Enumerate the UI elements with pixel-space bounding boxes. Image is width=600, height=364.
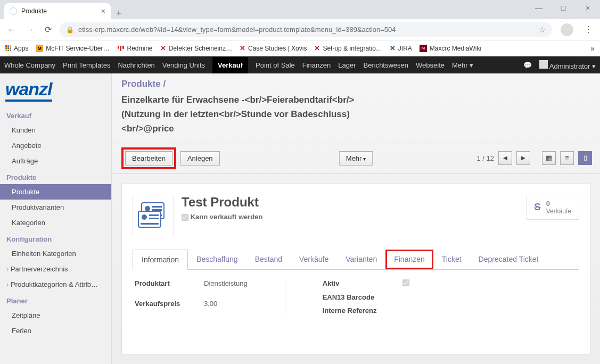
nav-pos[interactable]: Point of Sale xyxy=(256,61,295,69)
sidebar-item-produkte[interactable]: Produkte xyxy=(0,184,111,200)
label-aktiv: Aktiv xyxy=(323,279,402,288)
nav-mehr[interactable]: Mehr ▾ xyxy=(452,61,473,69)
action-bar: Bearbeiten Anlegen Mehr 1 / 12 ◄ ► ▦ ≡ ▯ xyxy=(112,143,600,174)
x-icon: ✕ xyxy=(314,44,320,52)
fields-left-column: Produktart Dienstleistung Verkaufspreis … xyxy=(135,279,248,315)
bookmark-defekter[interactable]: ✕Defekter Scheineinz… xyxy=(160,44,232,52)
nav-verkauf[interactable]: Verkauf xyxy=(212,57,248,73)
tab-title: Produkte xyxy=(21,7,47,15)
sidebar-item-produktkategorien[interactable]: Produktkategorien & Attrib… xyxy=(0,277,111,292)
bookmark-apps[interactable]: Apps xyxy=(5,45,28,52)
nav-finanzen[interactable]: Finanzen xyxy=(302,61,331,69)
pager-prev-button[interactable]: ◄ xyxy=(498,151,512,165)
sidebar-item-auftraege[interactable]: Aufträge xyxy=(0,153,111,169)
svg-rect-8 xyxy=(149,218,159,219)
id-card-icon xyxy=(137,200,169,231)
sidebar-section-verkauf[interactable]: Verkauf xyxy=(0,109,111,122)
breadcrumb-root[interactable]: Produkte xyxy=(121,79,161,89)
url-text: etiss-erp.maxcrc.de/web?#id=14&view_type… xyxy=(78,26,396,34)
bookmark-jira[interactable]: ✕JIRA xyxy=(390,44,412,52)
nav-reload-icon[interactable]: ⟳ xyxy=(42,24,54,35)
browser-tab[interactable]: Produkte × xyxy=(4,3,111,19)
can-be-sold-checkbox[interactable] xyxy=(182,214,188,221)
url-input[interactable]: 🔒 etiss-erp.maxcrc.de/web?#id=14&view_ty… xyxy=(60,22,552,37)
stat-label: Verkäufe xyxy=(546,208,571,215)
form-sheet: Test Produkt Kann verkauft werden S 0 Ve… xyxy=(121,184,590,354)
profile-avatar[interactable] xyxy=(561,23,573,36)
sidebar-item-einheiten[interactable]: Einheiten Kategorien xyxy=(0,246,111,261)
address-bar: ← → ⟳ 🔒 etiss-erp.maxcrc.de/web?#id=14&v… xyxy=(0,19,600,40)
sidebar-item-partnerverzeichnis[interactable]: Partnerverzeichnis xyxy=(0,261,111,277)
sidebar-section-produkte[interactable]: Produkte xyxy=(0,171,111,184)
sidebar-section-konfiguration[interactable]: Konfiguration xyxy=(0,233,111,246)
sidebar-item-produktvarianten[interactable]: Produktvarianten xyxy=(0,200,111,215)
pager-next-button[interactable]: ► xyxy=(516,151,530,165)
svg-rect-7 xyxy=(149,214,159,216)
sidebar-item-kategorien[interactable]: Kategorien xyxy=(0,215,111,230)
new-tab-button[interactable]: + xyxy=(111,8,127,19)
close-tab-icon[interactable]: × xyxy=(101,7,105,15)
bookmark-xovis[interactable]: ✕Case Studies | Xovis xyxy=(240,44,307,52)
nav-print-templates[interactable]: Print Templates xyxy=(63,61,110,69)
nav-nachrichten[interactable]: Nachrichten xyxy=(118,61,154,69)
label-interne-referenz: Interne Referenz xyxy=(323,307,402,315)
user-avatar-icon xyxy=(539,60,548,69)
nav-vending-units[interactable]: Vending Units xyxy=(162,61,205,69)
view-kanban-button[interactable]: ▦ xyxy=(542,151,556,165)
tab-deprecated-ticket[interactable]: Deprecated Ticket xyxy=(470,250,547,269)
nav-back-icon[interactable]: ← xyxy=(5,25,18,35)
tab-verkaeufe[interactable]: Verkäufe xyxy=(291,250,337,269)
window-minimize-icon[interactable]: — xyxy=(527,0,551,16)
nav-forward-icon[interactable]: → xyxy=(23,25,36,35)
tab-finanzen[interactable]: Finanzen xyxy=(385,250,433,269)
create-button[interactable]: Anlegen xyxy=(180,151,220,166)
content-area: Produkte / Einzelkarte für Erwachsene -<… xyxy=(112,73,600,364)
sales-icon: S xyxy=(535,202,541,213)
nav-webseite[interactable]: Webseite xyxy=(416,61,445,69)
x-icon: ✕ xyxy=(160,44,166,52)
value-verkaufspreis: 3,00 xyxy=(204,300,248,315)
window-maximize-icon[interactable]: □ xyxy=(551,0,576,16)
svg-point-1 xyxy=(145,206,150,211)
tab-beschaffung[interactable]: Beschaffung xyxy=(188,250,246,269)
tab-ticket[interactable]: Ticket xyxy=(433,250,470,269)
tab-varianten[interactable]: Varianten xyxy=(337,250,385,269)
view-form-button[interactable]: ▯ xyxy=(578,151,592,165)
bookmark-overflow-icon[interactable]: » xyxy=(590,44,595,53)
tab-bar: Information Beschaffung Bestand Verkäufe… xyxy=(133,250,579,270)
label-verkaufspreis: Verkaufspreis xyxy=(135,300,204,315)
value-produktart: Dienstleistung xyxy=(204,279,248,294)
browser-menu-icon[interactable]: ⋮ xyxy=(582,24,595,35)
window-controls: — □ × xyxy=(527,0,600,16)
sidebar-item-ferien[interactable]: Ferien xyxy=(0,323,111,338)
product-image[interactable] xyxy=(133,195,174,236)
edit-button[interactable]: Bearbeiten xyxy=(125,151,172,166)
checkbox-aktiv[interactable] xyxy=(402,279,409,286)
nav-berichtswesen[interactable]: Berichtswesen xyxy=(364,61,409,69)
view-list-button[interactable]: ≡ xyxy=(560,151,574,165)
sidebar-item-zeitplaene[interactable]: Zeitpläne xyxy=(0,308,111,323)
tab-bestand[interactable]: Bestand xyxy=(246,250,291,269)
bookmark-setup[interactable]: ✕Set-up & integratio… xyxy=(314,44,382,52)
logo[interactable]: wanzl xyxy=(0,73,111,107)
bookmark-redmine[interactable]: Redmine xyxy=(117,45,153,52)
sidebar-item-kunden[interactable]: Kunden xyxy=(0,122,111,138)
user-menu[interactable]: Administrator ▾ xyxy=(539,60,596,70)
tab-information[interactable]: Information xyxy=(133,250,188,270)
sidebar-section-planer[interactable]: Planer xyxy=(0,294,111,308)
more-button[interactable]: Mehr xyxy=(339,151,373,166)
bookmark-star-icon[interactable]: ☆ xyxy=(539,25,546,35)
sidebar-item-angebote[interactable]: Angebote xyxy=(0,138,111,153)
label-ean13: EAN13 Barcode xyxy=(323,293,402,301)
fields-area: Produktart Dienstleistung Verkaufspreis … xyxy=(133,270,579,324)
bookmark-maxcrc[interactable]: MMaxcrc MediaWiki xyxy=(420,45,481,52)
value-ean13 xyxy=(402,293,409,301)
nav-whole-company[interactable]: Whole Company xyxy=(4,61,55,69)
window-close-icon[interactable]: × xyxy=(576,0,600,16)
stat-sales[interactable]: S 0 Verkäufe xyxy=(527,195,579,220)
nav-lager[interactable]: Lager xyxy=(338,61,356,69)
chat-icon[interactable]: 💬 xyxy=(523,61,532,69)
highlight-box-edit: Bearbeiten xyxy=(121,147,176,169)
bookmark-mcfit[interactable]: MMcFIT Service-Über… xyxy=(36,45,109,52)
product-name: Test Produkt xyxy=(182,195,262,210)
